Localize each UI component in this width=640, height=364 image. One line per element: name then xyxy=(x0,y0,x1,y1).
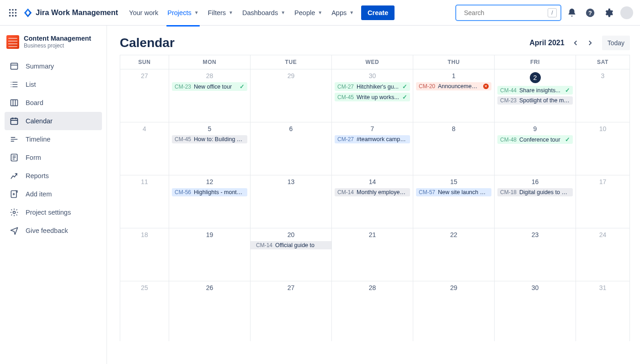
sidebar-item-form[interactable]: Form xyxy=(5,148,102,167)
day-number: 31 xyxy=(579,284,627,291)
calendar-cell[interactable]: 3 xyxy=(576,69,630,122)
calendar-event[interactable]: CM-14Monthly employee ... xyxy=(335,188,410,196)
search-box[interactable]: / xyxy=(455,5,561,21)
brand-text: Jira Work Management xyxy=(36,8,118,17)
sidebar-item-label: List xyxy=(26,81,36,88)
create-button[interactable]: Create xyxy=(361,5,395,20)
calendar-cell[interactable]: 11 xyxy=(120,175,169,228)
project-header[interactable]: Content Management Business project xyxy=(0,35,107,55)
calendar-cell[interactable]: 8 xyxy=(413,122,495,175)
calendar-event[interactable]: CM-44Share insights...✓ xyxy=(497,86,573,95)
sidebar-item-settings[interactable]: Project settings xyxy=(5,203,102,222)
calendar-cell[interactable]: 27 xyxy=(251,281,332,341)
calendar-event[interactable]: CM-45How to: Building des xyxy=(172,135,247,143)
nav-projects[interactable]: Projects▼ xyxy=(164,5,202,20)
calendar-cell[interactable]: 7CM-27#teamwork campaign xyxy=(332,122,413,175)
sidebar-item-label: Form xyxy=(26,154,41,161)
calendar-event[interactable]: CM-20Announcement b..✕ xyxy=(416,82,491,90)
settings-icon[interactable] xyxy=(601,5,616,21)
calendar-cell[interactable]: 21 xyxy=(332,228,413,281)
calendar-cell[interactable]: 20CM-14Official guide to xyxy=(251,228,332,281)
brand[interactable]: Jira Work Management xyxy=(23,8,118,18)
calendar-cell[interactable]: 24 xyxy=(576,228,630,281)
profile-avatar[interactable] xyxy=(619,5,635,21)
calendar-cell[interactable]: 9CM-48Conference tour✓ xyxy=(495,122,576,175)
nav-dashboards[interactable]: Dashboards▼ xyxy=(239,5,289,20)
calendar-event[interactable]: CM-23New office tour✓ xyxy=(172,82,247,91)
chevron-down-icon: ▼ xyxy=(194,10,199,15)
sidebar-item-reports[interactable]: Reports xyxy=(5,167,102,185)
view-header: Calendar April 2021 Today xyxy=(120,36,630,50)
calendar-cell[interactable]: 18 xyxy=(120,228,169,281)
calendar-cell[interactable]: 28CM-23New office tour✓ xyxy=(169,69,251,122)
calendar-cell[interactable]: 29 xyxy=(413,281,495,341)
calendar-event[interactable]: CM-48Conference tour✓ xyxy=(497,135,573,144)
search-input[interactable] xyxy=(464,9,544,16)
calendar-event[interactable]: CM-14Official guide to xyxy=(251,241,331,249)
calendar-cell[interactable]: 1CM-20Announcement b..✕ xyxy=(413,69,495,122)
calendar-cell[interactable]: 14CM-14Monthly employee ... xyxy=(332,175,413,228)
calendar-cell[interactable]: 16CM-18Digital guides to ex... xyxy=(495,175,576,228)
sidebar-item-timeline[interactable]: Timeline xyxy=(5,130,102,148)
svg-point-0 xyxy=(9,9,11,11)
calendar-cell[interactable]: 5CM-45How to: Building des xyxy=(169,122,251,175)
calendar-cell[interactable]: 2CM-44Share insights...✓CM-23Spotlight o… xyxy=(495,69,576,122)
nav-apps[interactable]: Apps▼ xyxy=(328,5,357,20)
calendar-cell[interactable]: 29 xyxy=(251,69,332,122)
calendar-cell[interactable]: 4 xyxy=(120,122,169,175)
calendar: SUNMONTUEWEDTHUFRISAT 2728CM-23New offic… xyxy=(120,55,630,341)
calendar-cell[interactable]: 26 xyxy=(169,281,251,341)
sidebar-item-summary[interactable]: Summary xyxy=(5,57,102,75)
settings-icon xyxy=(9,208,19,217)
calendar-event[interactable]: CM-18Digital guides to ex... xyxy=(497,188,573,196)
day-header: SAT xyxy=(576,55,630,69)
next-month-button[interactable] xyxy=(583,36,597,50)
calendar-event[interactable]: CM-27Hitchhiker's gu...✓ xyxy=(335,82,410,91)
sidebar-item-add[interactable]: Add item xyxy=(5,185,102,203)
day-number: 5 xyxy=(172,125,247,132)
calendar-cell[interactable]: 23 xyxy=(495,228,576,281)
calendar-cell[interactable]: 15CM-57New site launch blog xyxy=(413,175,495,228)
today-button[interactable]: Today xyxy=(602,36,630,50)
sidebar-item-label: Timeline xyxy=(26,136,50,143)
day-number: 27 xyxy=(253,284,329,291)
sidebar-item-board[interactable]: Board xyxy=(5,94,102,112)
calendar-cell[interactable]: 22 xyxy=(413,228,495,281)
chevron-down-icon: ▼ xyxy=(229,10,233,15)
calendar-event[interactable]: CM-57New site launch blog xyxy=(416,188,491,196)
day-number: 11 xyxy=(123,178,166,185)
sidebar-item-feedback[interactable]: Give feedback xyxy=(5,222,102,240)
summary-icon xyxy=(9,62,19,71)
calendar-cell[interactable]: 19 xyxy=(169,228,251,281)
day-number: 22 xyxy=(416,231,491,238)
calendar-cell[interactable]: 13 xyxy=(251,175,332,228)
calendar-cell[interactable]: 17 xyxy=(576,175,630,228)
nav-your-work[interactable]: Your work xyxy=(125,5,162,20)
calendar-event[interactable]: CM-56Highlights - month of xyxy=(172,188,247,196)
main-content: Calendar April 2021 Today SUNMONTUEWEDTH… xyxy=(107,26,640,364)
project-logo xyxy=(6,35,19,49)
calendar-cell[interactable]: 10 xyxy=(576,122,630,175)
nav-filters[interactable]: Filters▼ xyxy=(204,5,237,20)
calendar-cell[interactable]: 30 xyxy=(495,281,576,341)
nav-people[interactable]: People▼ xyxy=(291,5,326,20)
calendar-event[interactable]: CM-45Write up works...✓ xyxy=(335,93,410,101)
calendar-cell[interactable]: 6 xyxy=(251,122,332,175)
calendar-event[interactable]: CM-23Spotlight of the mo... xyxy=(497,96,573,105)
calendar-event[interactable]: CM-27#teamwork campaign xyxy=(335,135,410,143)
day-number: 15 xyxy=(416,178,491,185)
prev-month-button[interactable] xyxy=(568,36,583,50)
event-key: CM-56 xyxy=(175,189,191,195)
calendar-cell[interactable]: 25 xyxy=(120,281,169,341)
help-icon[interactable]: ? xyxy=(582,5,598,21)
notifications-icon[interactable] xyxy=(564,5,580,21)
calendar-cell[interactable]: 12CM-56Highlights - month of xyxy=(169,175,251,228)
app-switcher-icon[interactable] xyxy=(5,5,20,20)
calendar-cell[interactable]: 27 xyxy=(120,69,169,122)
calendar-cell[interactable]: 28 xyxy=(332,281,413,341)
calendar-cell[interactable]: 30CM-27Hitchhiker's gu...✓CM-45Write up … xyxy=(332,69,413,122)
sidebar-item-list[interactable]: List xyxy=(5,75,102,94)
sidebar-item-calendar[interactable]: Calendar xyxy=(5,112,102,130)
svg-text:?: ? xyxy=(588,9,592,16)
calendar-cell[interactable]: 31 xyxy=(576,281,630,341)
